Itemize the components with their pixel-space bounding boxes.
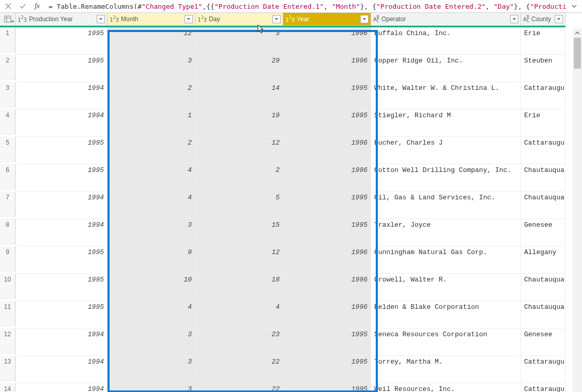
cell[interactable]: Copper Ridge Oil, Inc. — [371, 55, 521, 82]
cell[interactable]: Cattaraugu — [521, 137, 565, 164]
cell[interactable]: Weil Resources, Inc. — [371, 383, 521, 392]
cell[interactable]: 1994 — [16, 328, 108, 356]
cell[interactable]: 1995 — [283, 109, 371, 137]
column-filter-button[interactable] — [97, 15, 105, 23]
cell[interactable]: 1996 — [283, 164, 371, 192]
formula-expand-button[interactable] — [569, 3, 580, 9]
cell[interactable]: 1995 — [283, 356, 371, 383]
row-number[interactable]: 11 — [0, 301, 16, 326]
row-number[interactable]: 5 — [0, 137, 16, 162]
cell[interactable]: 1994 — [16, 192, 108, 219]
cell[interactable]: 1996 — [283, 137, 371, 164]
cell[interactable]: 1 — [108, 109, 195, 137]
cell[interactable]: 1995 — [283, 82, 371, 109]
cell[interactable]: Genesee — [521, 328, 565, 356]
cell[interactable]: 1995 — [16, 164, 108, 192]
cell[interactable]: 1995 — [283, 383, 371, 392]
cell[interactable]: Stiegler, Richard M — [371, 109, 521, 137]
cell[interactable]: White, Walter W. & Christina L. — [371, 82, 521, 109]
cell[interactable]: 1995 — [16, 301, 108, 328]
column-filter-button[interactable] — [555, 15, 563, 23]
cell[interactable]: 1995 — [16, 274, 108, 301]
cell[interactable]: 19 — [195, 109, 283, 137]
cell[interactable]: 1994 — [16, 109, 108, 137]
cell[interactable]: 10 — [108, 274, 195, 301]
cell[interactable]: Steuben — [521, 55, 565, 82]
cell[interactable]: 3 — [108, 55, 195, 82]
cell[interactable]: 3 — [108, 356, 195, 383]
cell[interactable]: 1996 — [283, 27, 371, 55]
cell[interactable]: Erie — [521, 109, 565, 137]
row-number[interactable]: 6 — [0, 164, 16, 190]
cell[interactable]: Chautauqua — [521, 164, 565, 192]
cell[interactable]: Cunningham Natural Gas Corp. — [371, 246, 521, 274]
scroll-up-button[interactable] — [573, 28, 582, 38]
cell[interactable]: 2 — [108, 137, 195, 164]
cell[interactable]: 4 — [108, 164, 195, 192]
cell[interactable]: Erie — [521, 27, 565, 55]
cell[interactable]: Chautauqua — [521, 301, 565, 328]
cell[interactable]: Oil, Gas & Land Services, Inc. — [371, 192, 521, 219]
column-filter-button[interactable] — [510, 15, 518, 23]
column-filter-button[interactable] — [185, 15, 193, 23]
cell[interactable]: 1996 — [283, 301, 371, 328]
row-number[interactable]: 13 — [0, 356, 16, 381]
row-number[interactable]: 8 — [0, 219, 16, 244]
cell[interactable]: Allegany — [521, 246, 565, 274]
cell[interactable]: 22 — [195, 356, 283, 383]
formula-confirm-button[interactable] — [17, 0, 29, 12]
cell[interactable]: 1994 — [16, 219, 108, 246]
cell[interactable]: Bucher, Charles J — [371, 137, 521, 164]
row-number[interactable]: 2 — [0, 55, 16, 80]
cell[interactable]: 23 — [195, 328, 283, 356]
row-number[interactable]: 10 — [0, 274, 16, 299]
column-header-day[interactable]: 123Day — [195, 13, 283, 26]
cell[interactable]: 2 — [108, 82, 195, 109]
cell[interactable]: Buffalo China, Inc. — [371, 27, 521, 55]
cell[interactable]: 14 — [195, 82, 283, 109]
column-filter-button[interactable] — [360, 15, 369, 23]
cell[interactable]: 3 — [108, 383, 195, 392]
row-number[interactable]: 7 — [0, 192, 16, 217]
cell[interactable]: 12 — [195, 137, 283, 164]
cell[interactable]: 1996 — [283, 274, 371, 301]
cell[interactable]: Cattaraugu — [521, 82, 565, 109]
column-header-month[interactable]: 123Month — [108, 13, 195, 26]
cell[interactable]: 1996 — [283, 55, 371, 82]
cell[interactable]: 4 — [108, 301, 195, 328]
cell[interactable]: 3 — [108, 219, 195, 246]
cell[interactable]: 3 — [195, 27, 283, 55]
cell[interactable]: 1994 — [16, 383, 108, 392]
cell[interactable]: 18 — [195, 274, 283, 301]
cell[interactable]: 1995 — [16, 27, 108, 55]
formula-cancel-button[interactable] — [2, 0, 14, 12]
cell[interactable]: 2 — [195, 164, 283, 192]
cell[interactable]: 12 — [108, 27, 195, 55]
formula-input[interactable]: = Table.RenameColumns(#"Changed Type1",{… — [45, 3, 566, 10]
row-number[interactable]: 9 — [0, 246, 16, 272]
column-header-county[interactable]: ABCCounty — [521, 13, 565, 26]
cell[interactable]: 29 — [195, 55, 283, 82]
cell[interactable]: Belden & Blake Corporation — [371, 301, 521, 328]
vertical-scrollbar[interactable] — [573, 28, 582, 392]
cell[interactable]: Chautauqua — [521, 274, 565, 301]
cell[interactable]: Cattaraugu — [521, 383, 565, 392]
cell[interactable]: Chautauqua — [521, 192, 565, 219]
cell[interactable]: 9 — [108, 246, 195, 274]
row-number[interactable]: 1 — [0, 27, 16, 53]
cell[interactable]: Genesee — [521, 219, 565, 246]
cell[interactable]: 5 — [195, 192, 283, 219]
cell[interactable]: 1995 — [16, 246, 108, 274]
row-number[interactable]: 3 — [0, 82, 16, 107]
cell[interactable]: 4 — [108, 192, 195, 219]
table-select-all-corner[interactable] — [0, 13, 16, 26]
vscroll-track[interactable] — [573, 38, 582, 392]
cell[interactable]: 1994 — [16, 82, 108, 109]
column-header-production-year[interactable]: 123Production Year — [16, 13, 108, 26]
cell[interactable]: 1995 — [16, 55, 108, 82]
cell[interactable]: 12 — [195, 246, 283, 274]
cell[interactable]: Torrey, Martha M. — [371, 356, 521, 383]
column-filter-button[interactable] — [272, 15, 281, 23]
cell[interactable]: 15 — [195, 219, 283, 246]
cell[interactable]: 1995 — [283, 219, 371, 246]
